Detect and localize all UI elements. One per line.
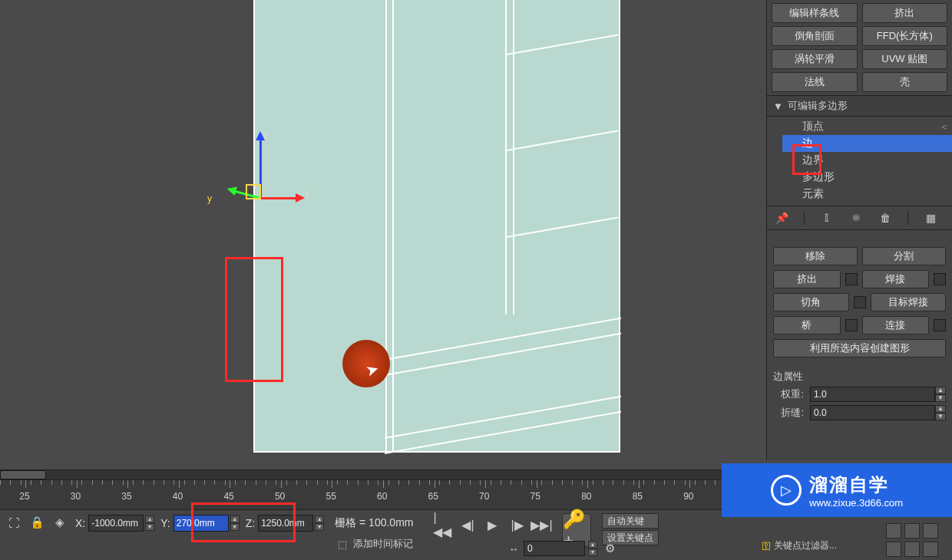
spinner-up[interactable]: ▲: [935, 405, 946, 413]
modifier-shell-button[interactable]: 壳: [862, 72, 948, 92]
remove-button[interactable]: 移除: [773, 247, 858, 265]
selection-lock-icon[interactable]: ⛶: [5, 513, 23, 532]
key-mode-toggle[interactable]: ↔: [507, 539, 521, 558]
y-label: Y:: [160, 517, 170, 529]
spinner-up[interactable]: ▲: [935, 387, 946, 394]
modifier-turbosmooth-button[interactable]: 涡轮平滑: [772, 49, 858, 69]
extrude-settings-button[interactable]: [845, 273, 858, 285]
play-button[interactable]: ▶: [482, 515, 502, 535]
modifier-extrude-button[interactable]: 挤出: [862, 3, 948, 23]
ruler-tick: 60: [377, 491, 387, 502]
zoom-extents-icon[interactable]: [904, 542, 920, 557]
spinner-down[interactable]: ▼: [315, 523, 324, 531]
goto-start-button[interactable]: |◀◀: [433, 515, 453, 535]
spinner-up[interactable]: ▲: [315, 516, 324, 523]
modifier-bevel-profile-button[interactable]: 倒角剖面: [772, 26, 858, 46]
ruler-tick: 70: [479, 491, 489, 502]
weld-settings-button[interactable]: [934, 273, 946, 285]
spinner-up[interactable]: ▲: [588, 541, 597, 548]
ruler-tick: 25: [19, 491, 29, 502]
bridge-button[interactable]: 桥: [773, 316, 841, 334]
ruler-tick: 50: [275, 491, 285, 502]
fov-icon[interactable]: [923, 542, 938, 557]
x-input[interactable]: [88, 515, 144, 532]
annotation-box-edge-subobj: [792, 144, 821, 175]
modifier-stack-title: 可编辑多边形: [788, 99, 848, 113]
x-label: X:: [75, 517, 85, 529]
lock-icon[interactable]: 🔒: [28, 513, 46, 532]
tag-icon[interactable]: ⬚: [338, 539, 347, 550]
viewport-3d[interactable]: x y z ➤: [0, 0, 766, 454]
make-unique-icon[interactable]: ⚛: [849, 211, 863, 225]
modifier-uvw-map-button[interactable]: UVW 贴图: [862, 49, 948, 69]
ruler-tick: 45: [223, 491, 233, 502]
create-shape-button[interactable]: 利用所选内容创建图形: [773, 339, 946, 357]
orbit-icon[interactable]: [923, 523, 938, 539]
connect-settings-button[interactable]: [934, 319, 946, 331]
current-frame-input[interactable]: [524, 541, 585, 556]
grid-size-text: 栅格 = 100.0mm: [335, 516, 413, 530]
playback-controls: |◀◀ ◀| ▶ |▶ ▶▶|: [433, 515, 551, 535]
cabinet-divider-1b: [392, 0, 394, 453]
coordinate-display-icon[interactable]: ◈: [51, 513, 69, 532]
collapse-icon: ▼: [773, 100, 783, 112]
target-weld-button[interactable]: 目标焊接: [871, 293, 947, 311]
scroll-hint-icon: <: [941, 121, 947, 133]
subobj-vertex[interactable]: 顶点: [782, 118, 952, 135]
goto-end-button[interactable]: ▶▶|: [531, 515, 551, 535]
configure-icon[interactable]: ▦: [924, 211, 937, 225]
ruler-tick: 30: [71, 491, 81, 502]
crease-label: 折缝:: [773, 406, 804, 420]
time-slider-thumb[interactable]: [0, 470, 46, 479]
spinner-down[interactable]: ▼: [588, 548, 597, 556]
maximize-icon[interactable]: [886, 542, 901, 557]
spinner-down[interactable]: ▼: [935, 413, 946, 420]
spinner-down[interactable]: ▼: [145, 523, 154, 531]
next-frame-button[interactable]: |▶: [507, 515, 527, 535]
modifier-edit-spline-button[interactable]: 编辑样条线: [772, 3, 858, 23]
ruler-tick: 80: [581, 491, 591, 502]
connect-button[interactable]: 连接: [862, 316, 930, 334]
weight-input[interactable]: [810, 387, 935, 402]
modifier-stack-header[interactable]: ▼ 可编辑多边形: [767, 95, 952, 117]
ruler-tick: 35: [121, 491, 131, 502]
modifier-ffd-box-button[interactable]: FFD(长方体): [862, 26, 948, 46]
timeline-ruler[interactable]: 253035404550556065707580859095: [0, 480, 766, 509]
add-time-tag-button[interactable]: 添加时间标记: [353, 537, 413, 551]
ruler-tick: 85: [633, 491, 643, 502]
show-end-result-icon[interactable]: 𝕀: [820, 211, 834, 225]
pan-icon[interactable]: [886, 523, 901, 539]
time-config-icon[interactable]: ⚙: [600, 539, 619, 558]
axis-y-label: y: [207, 193, 212, 204]
ruler-tick: 55: [326, 491, 336, 502]
split-button[interactable]: 分割: [862, 247, 947, 265]
weld-button[interactable]: 焊接: [862, 270, 930, 288]
zoom-icon[interactable]: [904, 523, 920, 539]
prev-frame-button[interactable]: ◀|: [458, 515, 478, 535]
cabinet-divider-2: [505, 0, 507, 315]
viewport-nav-icons: [886, 523, 947, 557]
spinner-down[interactable]: ▼: [935, 394, 946, 402]
watermark-url: www.zixue.3d66.com: [809, 497, 903, 509]
cabinet-divider-2b: [513, 0, 514, 315]
watermark-logo-icon: ▷: [771, 475, 802, 506]
time-slider-track[interactable]: [0, 469, 766, 480]
edge-properties: 边属性 权重: ▲▼ 折缝: ▲▼: [767, 367, 952, 427]
chamfer-button[interactable]: 切角: [773, 293, 849, 311]
modifier-normal-button[interactable]: 法线: [772, 72, 858, 92]
watermark: ▷ 溜溜自学 www.zixue.3d66.com: [722, 463, 952, 517]
subobj-element[interactable]: 元素: [782, 186, 952, 203]
annotation-box-selection: [225, 257, 283, 382]
spinner-up[interactable]: ▲: [145, 516, 154, 523]
bridge-settings-button[interactable]: [845, 319, 858, 331]
key-filter-icon[interactable]: ⚿: [762, 541, 771, 552]
crease-input[interactable]: [810, 405, 935, 420]
key-filter-button[interactable]: 关键点过滤器...: [774, 539, 837, 552]
auto-key-button[interactable]: 自动关键: [602, 513, 659, 529]
ruler-tick: 65: [428, 491, 438, 502]
cabinet-divider-1: [385, 0, 387, 453]
chamfer-settings-button[interactable]: [854, 296, 866, 308]
remove-modifier-icon[interactable]: 🗑: [878, 211, 892, 225]
extrude-button[interactable]: 挤出: [773, 270, 841, 288]
pin-icon[interactable]: 📌: [775, 211, 788, 225]
